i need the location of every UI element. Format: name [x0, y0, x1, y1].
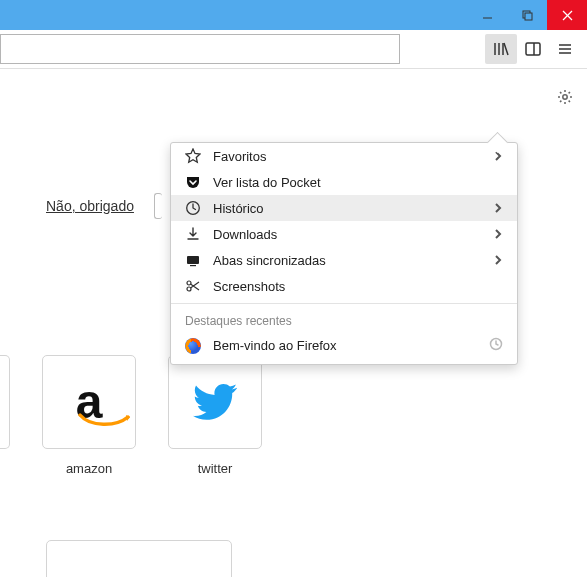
- history-badge-icon: [489, 337, 503, 354]
- toolbar: [0, 30, 587, 69]
- tile[interactable]: a: [42, 355, 136, 449]
- menu-item-screenshots[interactable]: Screenshots: [171, 273, 517, 299]
- tile-label: [3, 461, 7, 476]
- amazon-icon: a: [76, 385, 103, 419]
- recent-item[interactable]: Bem-vindo ao Firefox: [171, 332, 517, 364]
- highlight-tile[interactable]: [46, 540, 232, 577]
- maximize-button[interactable]: [507, 0, 547, 30]
- chevron-right-icon: [493, 253, 503, 268]
- partial-box: [154, 193, 162, 219]
- twitter-icon: [186, 378, 244, 426]
- tile-twitter: twitter: [168, 355, 262, 476]
- svg-rect-17: [190, 265, 196, 266]
- sidebar-button[interactable]: [517, 34, 549, 64]
- tile-label: twitter: [198, 461, 233, 476]
- dismiss-row: Não, obrigado: [46, 193, 162, 219]
- menu-item-synced-tabs[interactable]: Abas sincronizadas: [171, 247, 517, 273]
- menu-item-downloads[interactable]: Downloads: [171, 221, 517, 247]
- menu-item-pocket[interactable]: Ver lista do Pocket: [171, 169, 517, 195]
- tile[interactable]: [0, 355, 10, 449]
- chevron-right-icon: [493, 227, 503, 242]
- firefox-icon: [185, 338, 201, 354]
- tile-partial: [0, 355, 10, 476]
- scissors-icon: [185, 278, 201, 294]
- tile-amazon: a amazon: [42, 355, 136, 476]
- tile[interactable]: [168, 355, 262, 449]
- menu-item-label: Screenshots: [213, 279, 285, 294]
- gear-icon[interactable]: [557, 89, 573, 109]
- clock-icon: [185, 200, 201, 216]
- svg-line-8: [504, 43, 508, 55]
- recent-item-label: Bem-vindo ao Firefox: [213, 338, 337, 353]
- star-icon: [185, 148, 201, 164]
- svg-point-14: [563, 95, 567, 99]
- close-button[interactable]: [547, 0, 587, 30]
- library-menu: Favoritos Ver lista do Pocket Histórico …: [170, 142, 518, 365]
- dismiss-link[interactable]: Não, obrigado: [46, 198, 134, 214]
- menu-item-history[interactable]: Histórico: [171, 195, 517, 221]
- synced-tabs-icon: [185, 252, 201, 268]
- menu-item-bookmarks[interactable]: Favoritos: [171, 143, 517, 169]
- menu-item-label: Favoritos: [213, 149, 266, 164]
- minimize-button[interactable]: [467, 0, 507, 30]
- menu-item-label: Abas sincronizadas: [213, 253, 326, 268]
- pocket-icon: [185, 174, 201, 190]
- menu-item-label: Downloads: [213, 227, 277, 242]
- library-button[interactable]: [485, 34, 517, 64]
- chevron-right-icon: [493, 201, 503, 216]
- svg-rect-9: [526, 43, 540, 55]
- svg-rect-2: [525, 13, 532, 20]
- menu-item-label: Histórico: [213, 201, 264, 216]
- menu-item-label: Ver lista do Pocket: [213, 175, 321, 190]
- titlebar: [0, 0, 587, 30]
- recent-heading: Destaques recentes: [171, 308, 517, 332]
- menu-separator: [171, 303, 517, 304]
- download-icon: [185, 226, 201, 242]
- svg-rect-16: [187, 256, 199, 264]
- tile-label: amazon: [66, 461, 112, 476]
- chevron-right-icon: [493, 149, 503, 164]
- top-sites: a amazon twitter: [0, 355, 262, 476]
- menu-button[interactable]: [549, 34, 581, 64]
- url-bar[interactable]: [0, 34, 400, 64]
